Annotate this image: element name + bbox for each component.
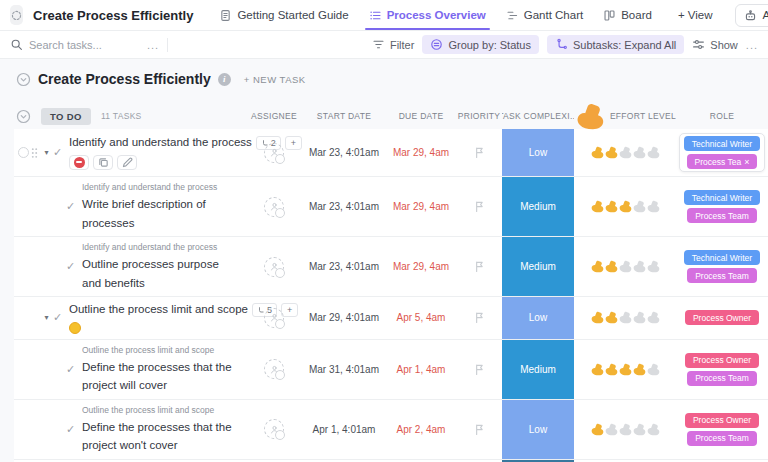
expand-caret-icon[interactable]: ▾ [40, 313, 53, 322]
filter-button[interactable]: Filter [372, 38, 414, 51]
status-check-icon[interactable]: ✓ [53, 311, 69, 324]
task-row[interactable]: ✓Outline the process limit and scopeDefi… [14, 400, 768, 460]
column-header-role[interactable]: ROLE [676, 111, 768, 121]
task-name[interactable]: Write brief description of processes [82, 198, 206, 229]
start-date[interactable]: Mar 23, 4:01am [302, 237, 386, 296]
assignee-add-button[interactable] [264, 308, 284, 328]
column-header-task-complexity[interactable]: TASK COMPLEXI... [502, 111, 574, 121]
column-header-assignee[interactable]: ASSIGNEE [246, 111, 302, 121]
task-name[interactable]: Define the processes that the project wo… [82, 421, 232, 452]
drag-handle-icon[interactable] [31, 147, 38, 159]
status-check-icon[interactable]: ✓ [66, 260, 82, 273]
task-row[interactable]: ✓Identify and understand the processOutl… [14, 237, 768, 297]
parent-task-label[interactable]: Identify and understand the process [82, 182, 238, 192]
parent-task-label[interactable]: Outline the process limit and scope [82, 345, 238, 355]
assignee-add-button[interactable] [264, 257, 284, 277]
assignee-add-button[interactable] [264, 419, 284, 439]
role-pill[interactable]: Process Owner [685, 310, 759, 325]
status-group-badge[interactable]: TO DO [41, 108, 91, 125]
search-input[interactable] [29, 39, 139, 51]
role-pill[interactable]: Technical Writer [684, 250, 760, 265]
due-date[interactable]: Apr 1, 4am [386, 340, 456, 399]
role-cell[interactable]: Process OwnerProcess Team [681, 351, 763, 388]
subtasks-button[interactable]: Subtasks: Expand All [547, 35, 684, 54]
start-date[interactable]: Mar 23, 4:01am [302, 129, 386, 176]
task-name[interactable]: Outline the process limit and scope [69, 302, 248, 318]
column-header-priority[interactable]: PRIORITY [456, 111, 502, 121]
pencil-icon[interactable] [117, 155, 137, 170]
collapse-group-icon[interactable] [16, 109, 31, 124]
tab-process-overview[interactable]: Process Overview [359, 0, 496, 30]
task-complexity-cell[interactable]: Medium [502, 177, 574, 236]
group-by-button[interactable]: Group by: Status [422, 35, 539, 54]
task-row[interactable]: ✓Outline the process limit and scopeDefi… [14, 340, 768, 400]
role-pill[interactable]: Process Team [687, 268, 757, 283]
role-cell[interactable]: Process Owner [681, 308, 763, 327]
new-task-button[interactable]: + NEW TASK [244, 74, 306, 85]
priority-flag-icon[interactable] [473, 260, 486, 273]
role-pill[interactable]: Technical Writer [684, 190, 760, 205]
priority-flag-icon[interactable] [473, 146, 486, 159]
start-date[interactable]: Mar 29, 4:01am [302, 297, 386, 339]
task-complexity-cell[interactable]: Low [502, 297, 574, 339]
task-name[interactable]: Define the processes that the project wi… [82, 361, 232, 392]
status-check-icon[interactable]: ✓ [66, 423, 82, 436]
assignee-add-button[interactable] [264, 359, 284, 379]
due-date[interactable]: Mar 29, 4am [386, 177, 456, 236]
role-pill[interactable]: Process Team [687, 208, 757, 223]
column-header-start-date[interactable]: START DATE [302, 111, 386, 121]
search-box[interactable] [10, 38, 139, 51]
role-pill[interactable]: Technical Writer [684, 136, 760, 151]
task-row[interactable]: ▾✓Outline the process limit and scope5+M… [14, 297, 768, 340]
tab-gantt-chart[interactable]: Gantt Chart [496, 0, 593, 30]
expand-caret-icon[interactable]: ▾ [40, 148, 53, 157]
parent-task-label[interactable]: Identify and understand the process [82, 242, 238, 252]
automate-button[interactable]: Automate [735, 4, 768, 27]
role-cell[interactable]: Technical WriterProcess Team [680, 248, 764, 285]
column-header-effort-level[interactable]: EFFORT LEVEL [574, 100, 676, 133]
blocked-status-icon[interactable] [69, 155, 89, 170]
due-date[interactable]: Mar 29, 4am [386, 237, 456, 296]
info-icon[interactable]: i [218, 73, 231, 86]
show-button[interactable]: Show [692, 38, 738, 51]
effort-level-cell[interactable] [574, 129, 676, 176]
search-more-button[interactable]: ... [147, 39, 159, 51]
priority-flag-icon[interactable] [473, 311, 486, 324]
role-cell[interactable]: Technical WriterProcess Team [680, 188, 764, 225]
start-date[interactable]: Mar 31, 4:01am [302, 340, 386, 399]
tab-board[interactable]: Board [593, 0, 662, 30]
priority-flag-icon[interactable] [473, 423, 486, 436]
copy-icon[interactable] [93, 155, 113, 170]
effort-level-cell[interactable] [574, 400, 676, 459]
tab-getting-started-guide[interactable]: Getting Started Guide [209, 0, 358, 30]
role-pill[interactable]: Process Owner [685, 353, 759, 368]
role-cell[interactable]: Process OwnerProcess Team [681, 411, 763, 448]
effort-level-cell[interactable] [574, 177, 676, 236]
task-complexity-cell[interactable]: Low [502, 129, 574, 176]
task-row[interactable]: ✓Identify and understand the processWrit… [14, 177, 768, 237]
role-cell[interactable]: Technical WriterProcess Tea× [679, 133, 765, 172]
due-date[interactable]: Mar 29, 4am [386, 129, 456, 176]
toolbar-overflow-button[interactable]: ... [746, 39, 758, 51]
start-date[interactable]: Mar 23, 4:01am [302, 177, 386, 236]
task-complexity-cell[interactable]: Medium [502, 237, 574, 296]
task-row[interactable]: ▾✓Identify and understand the process2+M… [14, 129, 768, 177]
status-check-icon[interactable]: ✓ [66, 363, 82, 376]
assignee-add-button[interactable] [264, 143, 284, 163]
priority-flag-icon[interactable] [473, 363, 486, 376]
status-dot-icon[interactable] [69, 322, 81, 334]
status-check-icon[interactable]: ✓ [66, 200, 82, 213]
due-date[interactable]: Apr 2, 4am [386, 400, 456, 459]
status-check-icon[interactable]: ✓ [53, 146, 69, 159]
role-pill[interactable]: Process Tea× [687, 154, 758, 169]
space-icon[interactable] [10, 5, 23, 25]
row-select-circle[interactable] [18, 147, 29, 158]
start-date[interactable]: Apr 1, 4:01am [302, 400, 386, 459]
role-pill[interactable]: Process Owner [685, 413, 759, 428]
effort-level-cell[interactable] [574, 340, 676, 399]
due-date[interactable]: Apr 5, 4am [386, 297, 456, 339]
role-pill[interactable]: Process Team [687, 371, 757, 386]
column-header-due-date[interactable]: DUE DATE [386, 111, 456, 121]
role-pill[interactable]: Process Team [687, 431, 757, 446]
task-complexity-cell[interactable]: Medium [502, 340, 574, 399]
